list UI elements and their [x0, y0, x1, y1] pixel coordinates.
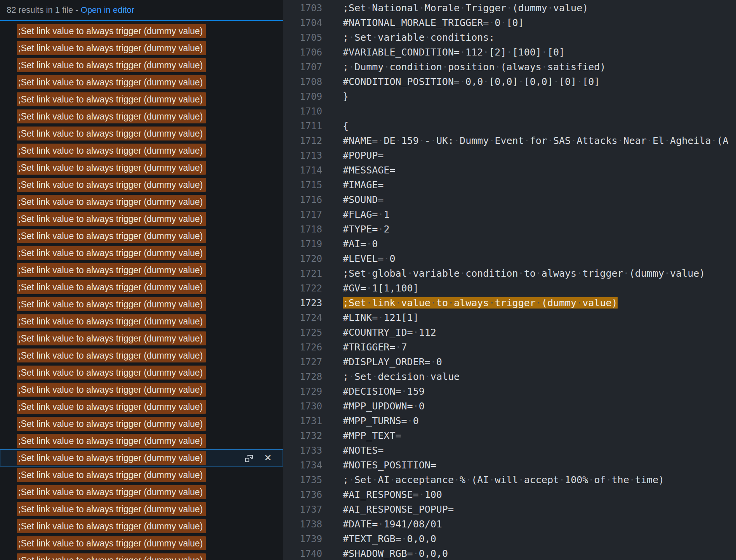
- code-line[interactable]: 1711{: [283, 119, 736, 133]
- line-text[interactable]: #NOTES=: [343, 443, 384, 458]
- search-result-row[interactable]: ;Set link value to always trigger (dummy…: [0, 74, 283, 91]
- search-result-row[interactable]: ;Set link value to always trigger (dummy…: [0, 57, 283, 74]
- line-text[interactable]: #SOUND=: [343, 192, 384, 207]
- line-text[interactable]: #COUNTRY_ID=·112: [343, 325, 436, 340]
- search-result-row[interactable]: ;Set link value to always trigger (dummy…: [0, 142, 283, 159]
- line-text[interactable]: #IMAGE=: [343, 178, 384, 192]
- line-text[interactable]: #FLAG=·1: [343, 207, 389, 222]
- code-line[interactable]: 1735;·Set·AI·acceptance·%·(AI·will·accep…: [283, 473, 736, 487]
- line-text[interactable]: ;·Set·AI·acceptance·%·(AI·will·accept·10…: [343, 473, 664, 487]
- search-result-row[interactable]: ;Set link value to always trigger (dummy…: [0, 432, 283, 449]
- search-result-row[interactable]: ;Set link value to always trigger (dummy…: [0, 40, 283, 57]
- code-line[interactable]: 1713#POPUP=: [283, 148, 736, 163]
- line-text[interactable]: #TEXT_RGB=·0,0,0: [343, 532, 436, 546]
- search-result-row[interactable]: ;Set link value to always trigger (dummy…: [0, 210, 283, 227]
- code-line[interactable]: 1739#TEXT_RGB=·0,0,0: [283, 532, 736, 546]
- search-result-row[interactable]: ;Set link value to always trigger (dummy…: [0, 449, 283, 466]
- code-line[interactable]: 1723;Set·link·value·to·always·trigger·(d…: [283, 296, 736, 310]
- search-result-row[interactable]: ;Set link value to always trigger (dummy…: [0, 518, 283, 535]
- line-text[interactable]: ;·Dummy·condition·position·(always·satis…: [343, 60, 606, 75]
- search-result-row[interactable]: ;Set link value to always trigger (dummy…: [0, 91, 283, 108]
- replace-button[interactable]: [244, 453, 254, 463]
- line-text[interactable]: #CONDITION_POSITION=·0,0·[0,0]·[0,0]·[0]…: [343, 75, 600, 89]
- code-line[interactable]: 1706#VARIABLE_CONDITION=·112·[2]·[100]·[…: [283, 45, 736, 60]
- search-result-row[interactable]: ;Set link value to always trigger (dummy…: [0, 466, 283, 484]
- search-result-row[interactable]: ;Set link value to always trigger (dummy…: [0, 347, 283, 364]
- code-line[interactable]: 1719#AI=·0: [283, 237, 736, 251]
- code-line[interactable]: 1715#IMAGE=: [283, 178, 736, 192]
- line-text[interactable]: #MPP_TURNS=·0: [343, 414, 419, 428]
- code-line[interactable]: 1714#MESSAGE=: [283, 163, 736, 178]
- code-line[interactable]: 1727#DISPLAY_ORDER=·0: [283, 355, 736, 369]
- code-line[interactable]: 1733#NOTES=: [283, 443, 736, 458]
- search-result-row[interactable]: ;Set link value to always trigger (dummy…: [0, 125, 283, 142]
- search-result-row[interactable]: ;Set link value to always trigger (dummy…: [0, 313, 283, 330]
- line-text[interactable]: #SHADOW_RGB=·0,0,0: [343, 546, 448, 560]
- code-line[interactable]: 1709}: [283, 89, 736, 104]
- line-text[interactable]: #NATIONAL_MORALE_TRIGGER=·0·[0]: [343, 16, 524, 30]
- code-line[interactable]: 1710: [283, 104, 736, 119]
- line-text[interactable]: #MPP_TEXT=: [343, 428, 401, 443]
- code-line[interactable]: 1717#FLAG=·1: [283, 207, 736, 222]
- line-text[interactable]: ;Set·National·Morale·Trigger·(dummy·valu…: [343, 1, 588, 16]
- search-result-row[interactable]: ;Set link value to always trigger (dummy…: [0, 364, 283, 381]
- search-result-row[interactable]: ;Set link value to always trigger (dummy…: [0, 23, 283, 40]
- search-result-row[interactable]: ;Set link value to always trigger (dummy…: [0, 193, 283, 210]
- search-result-row[interactable]: ;Set link value to always trigger (dummy…: [0, 398, 283, 415]
- line-text[interactable]: #DISPLAY_ORDER=·0: [343, 355, 442, 369]
- search-result-row[interactable]: ;Set link value to always trigger (dummy…: [0, 227, 283, 244]
- code-line[interactable]: 1736#AI_RESPONSE=·100: [283, 487, 736, 502]
- search-result-row[interactable]: ;Set link value to always trigger (dummy…: [0, 535, 283, 552]
- code-line[interactable]: 1716#SOUND=: [283, 192, 736, 207]
- code-line[interactable]: 1726#TRIGGER=·7: [283, 340, 736, 355]
- code-line[interactable]: 1734#NOTES_POSITION=: [283, 458, 736, 473]
- search-result-row[interactable]: ;Set link value to always trigger (dummy…: [0, 330, 283, 347]
- code-line[interactable]: 1740#SHADOW_RGB=·0,0,0: [283, 546, 736, 560]
- line-text[interactable]: #NOTES_POSITION=: [343, 458, 436, 473]
- line-text[interactable]: #GV=·1[1,100]: [343, 281, 419, 296]
- line-text[interactable]: #AI_RESPONSE_POPUP=: [343, 502, 454, 517]
- line-text[interactable]: #AI=·0: [343, 237, 378, 251]
- code-line[interactable]: 1722#GV=·1[1,100]: [283, 281, 736, 296]
- line-text[interactable]: {: [343, 119, 349, 133]
- code-line[interactable]: 1721;Set·global·variable·condition·to·al…: [283, 266, 736, 281]
- line-text[interactable]: ;Set·global·variable·condition·to·always…: [343, 266, 705, 281]
- open-in-editor-link[interactable]: Open in editor: [81, 5, 134, 15]
- code-line[interactable]: 1725#COUNTRY_ID=·112: [283, 325, 736, 340]
- line-text[interactable]: #MESSAGE=: [343, 163, 395, 178]
- line-text[interactable]: ;·Set·decision·value: [343, 369, 460, 384]
- search-result-row[interactable]: ;Set link value to always trigger (dummy…: [0, 279, 283, 296]
- search-result-row[interactable]: ;Set link value to always trigger (dummy…: [0, 296, 283, 313]
- code-line[interactable]: 1729#DECISION=·159: [283, 384, 736, 399]
- search-result-row[interactable]: ;Set link value to always trigger (dummy…: [0, 159, 283, 176]
- search-result-row[interactable]: ;Set link value to always trigger (dummy…: [0, 262, 283, 279]
- line-text[interactable]: #POPUP=: [343, 148, 384, 163]
- search-result-row[interactable]: ;Set link value to always trigger (dummy…: [0, 244, 283, 262]
- code-line[interactable]: 1730#MPP_UPDOWN=·0: [283, 399, 736, 414]
- code-line[interactable]: 1728;·Set·decision·value: [283, 369, 736, 384]
- line-text[interactable]: #LEVEL=·0: [343, 251, 395, 266]
- code-line[interactable]: 1708#CONDITION_POSITION=·0,0·[0,0]·[0,0]…: [283, 75, 736, 89]
- code-line[interactable]: 1731#MPP_TURNS=·0: [283, 414, 736, 428]
- code-line[interactable]: 1724#LINK=·121[1]: [283, 310, 736, 325]
- search-result-row[interactable]: ;Set link value to always trigger (dummy…: [0, 415, 283, 432]
- code-line[interactable]: 1705;·Set·variable·conditions:: [283, 30, 736, 45]
- line-text[interactable]: #DECISION=·159: [343, 384, 425, 399]
- line-text[interactable]: #DATE=·1941/08/01: [343, 517, 442, 532]
- line-text[interactable]: #NAME=·DE·159·-·UK:·Dummy·Event·for·SAS·…: [343, 133, 729, 148]
- code-line[interactable]: 1703;Set·National·Morale·Trigger·(dummy·…: [283, 1, 736, 16]
- line-text[interactable]: #AI_RESPONSE=·100: [343, 487, 442, 502]
- line-text[interactable]: ;·Set·variable·conditions:: [343, 30, 495, 45]
- line-text[interactable]: #LINK=·121[1]: [343, 310, 419, 325]
- line-text[interactable]: #MPP_UPDOWN=·0: [343, 399, 425, 414]
- code-line[interactable]: 1732#MPP_TEXT=: [283, 428, 736, 443]
- search-result-row[interactable]: ;Set link value to always trigger (dummy…: [0, 381, 283, 398]
- code-line[interactable]: 1720#LEVEL=·0: [283, 251, 736, 266]
- code-line[interactable]: 1707;·Dummy·condition·position·(always·s…: [283, 60, 736, 75]
- search-result-row[interactable]: ;Set link value to always trigger (dummy…: [0, 108, 283, 125]
- line-text[interactable]: ;Set·link·value·to·always·trigger·(dummy…: [343, 296, 618, 310]
- line-text[interactable]: }: [343, 89, 349, 104]
- line-text[interactable]: #TYPE=·2: [343, 222, 389, 237]
- line-text[interactable]: #VARIABLE_CONDITION=·112·[2]·[100]·[0]: [343, 45, 565, 60]
- search-result-row[interactable]: ;Set link value to always trigger (dummy…: [0, 176, 283, 193]
